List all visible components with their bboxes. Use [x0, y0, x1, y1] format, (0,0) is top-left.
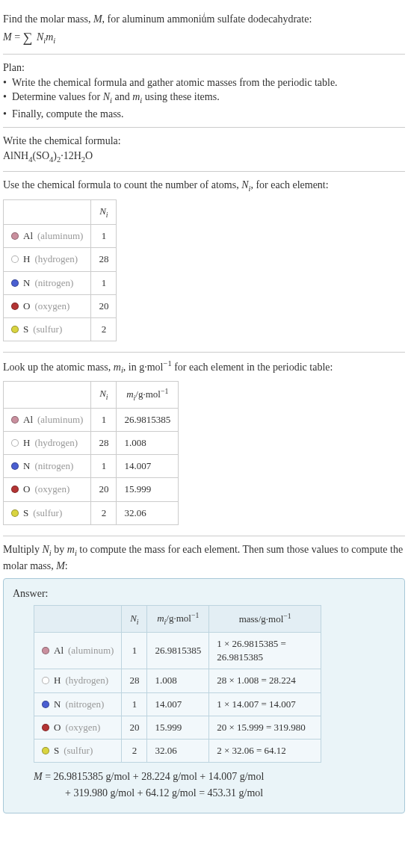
count-N: N [241, 179, 248, 190]
element-dot-icon [42, 724, 49, 731]
plan-bullet-3: • Finally, compute the mass. [3, 107, 405, 122]
mul-M: M [56, 560, 65, 571]
el-m: 1.008 [117, 431, 179, 454]
bullet-icon: • [3, 107, 12, 122]
el-N: 20 [122, 716, 147, 739]
el-sym: Al [23, 413, 33, 427]
el-name: (oxygen) [65, 721, 100, 734]
el-N: 1 [91, 455, 117, 478]
el-name: (hydrogen) [34, 436, 78, 450]
th-mass-sup: −1 [283, 612, 291, 620]
th-Ni-i: i [106, 393, 108, 401]
element-dot-icon [11, 232, 19, 240]
table-row: S (sulfur)2 [4, 317, 117, 341]
mul-a: Multiply [3, 544, 43, 555]
el-sym: H [23, 252, 30, 266]
plan-section: Plan: • Write the chemical formula and g… [3, 55, 405, 128]
el-name: (aluminum) [68, 644, 114, 657]
th-Ni-N: N [99, 205, 106, 217]
count-b: , for each element: [250, 179, 328, 190]
el-sym: N [54, 698, 61, 711]
chem-formula: AlNH4(SO4)2·12H2O [3, 149, 405, 165]
element-cell: Al (aluminum) [42, 644, 114, 657]
eq-N: N [37, 31, 43, 43]
element-dot-icon [11, 486, 19, 493]
chem-formula-section: Write the chemical formula: AlNH4(SO4)2·… [3, 128, 405, 172]
plan-b2-N: N [103, 91, 110, 102]
plan-heading: Plan: [3, 61, 405, 75]
el-name: (hydrogen) [65, 674, 108, 687]
th-blank [34, 606, 122, 633]
table-row: N (nitrogen)114.007 [4, 455, 179, 478]
table-header-row: Ni mi/g·mol−1 mass/g·mol−1 [34, 606, 321, 633]
plan-b2-text: Determine values for Ni and mi using the… [12, 90, 220, 106]
th-mi: mi/g·mol−1 [147, 606, 209, 633]
el-sym: O [23, 483, 30, 496]
th-Ni-N: N [130, 613, 137, 624]
el-mass: 1 × 14.007 = 14.007 [209, 692, 321, 716]
cf-so: (SO [32, 150, 49, 161]
table-header-row: Ni mi/g·mol−1 [4, 382, 179, 409]
plan-b2-b: and [112, 91, 132, 102]
eq-m: m [46, 31, 53, 43]
eq-equals: = [12, 31, 23, 43]
element-dot-icon [42, 677, 49, 684]
th-Ni: Ni [91, 382, 117, 409]
multiply-section: Multiply Ni by mi to compute the mass fo… [3, 536, 405, 819]
sigma-wrap: ∑i [23, 31, 33, 44]
el-sym: N [23, 276, 30, 290]
th-blank [4, 199, 91, 224]
th-mi: mi/g·mol−1 [117, 382, 179, 409]
element-cell: O (oxygen) [42, 721, 114, 734]
intro-section: Find the molar mass, M, for aluminum amm… [3, 6, 405, 55]
th-mass-text: mass/g·mol [239, 614, 284, 625]
el-m: 15.999 [147, 716, 209, 739]
el-mass: 20 × 15.999 = 319.980 [209, 716, 321, 739]
element-dot-icon [11, 439, 19, 447]
th-blank [4, 382, 91, 409]
element-dot-icon [42, 747, 49, 754]
table-row: H (hydrogen)28 [4, 248, 117, 271]
el-sym: S [54, 744, 59, 757]
el-N: 2 [91, 501, 117, 524]
th-mi-m: m [126, 389, 133, 400]
answer-formula: MM = 26.9815385 g/mol + 28.224 g/mol + 1… [34, 769, 395, 802]
plan-bullet-1: • Write the chemical formula and gather … [3, 75, 405, 90]
el-m: 32.06 [147, 739, 209, 762]
el-name: (sulfur) [64, 744, 93, 757]
table-row: N (nitrogen)1 [4, 271, 117, 294]
el-sym: O [54, 721, 61, 734]
count-a: Use the chemical formula to count the nu… [3, 179, 241, 190]
answer-label: Answer: [13, 586, 395, 601]
plan-bullet-2: • Determine values for Ni and mi using t… [3, 90, 405, 106]
intro-text-b: , for aluminum ammonium sulfate dodecahy… [102, 13, 312, 25]
mul-m: m [67, 544, 75, 555]
element-cell: S (sulfur) [42, 744, 114, 757]
th-Ni-i: i [106, 211, 108, 219]
intro-M: M [93, 13, 102, 25]
el-sym: Al [23, 229, 33, 243]
element-cell: H (hydrogen) [11, 252, 83, 266]
element-dot-icon [11, 416, 19, 424]
element-dot-icon [11, 462, 19, 470]
cf-4b: 4 [49, 155, 53, 164]
th-mi-unit: /g·mol [135, 389, 161, 400]
el-N: 1 [122, 632, 147, 669]
plan-b2-c: using these items. [142, 91, 219, 102]
th-mi-sup: −1 [191, 611, 199, 619]
el-m: 26.9815385 [147, 632, 209, 669]
mass-b: , in g·mol [123, 362, 164, 373]
table-row: O (oxygen)2015.999 [4, 478, 179, 501]
th-mi-m: m [157, 613, 164, 624]
chem-formula-heading: Write the chemical formula: [3, 134, 405, 149]
el-mass: 28 × 1.008 = 28.224 [209, 669, 321, 692]
el-m: 32.06 [117, 501, 179, 524]
molar-mass-equation: M = ∑i Nimi [3, 30, 405, 46]
mass-c: for each element in the periodic table: [172, 362, 333, 373]
th-Ni: Ni [122, 606, 147, 633]
plan-b2-a: Determine values for [12, 91, 103, 102]
ans-line2: + 319.980 g/mol + 64.12 g/mol = 453.31 g… [65, 785, 395, 802]
element-cell: N (nitrogen) [11, 276, 83, 290]
table-row: N (nitrogen)114.0071 × 14.007 = 14.007 [34, 692, 321, 716]
cf-h2o: ·12H [61, 150, 81, 161]
